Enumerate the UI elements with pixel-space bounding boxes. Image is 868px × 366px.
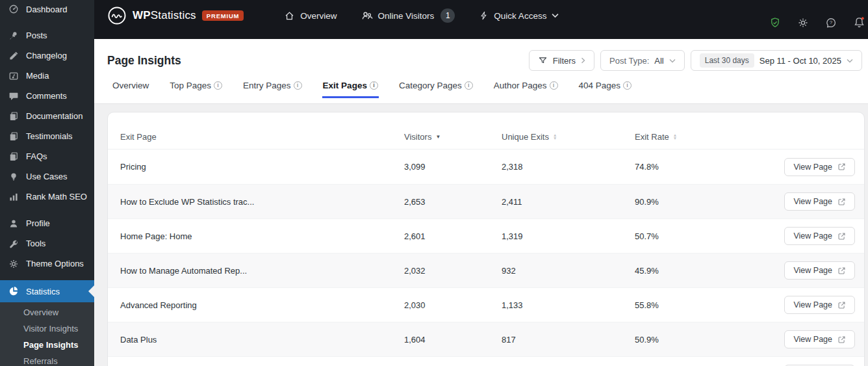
brand-name: WPStatistics	[133, 9, 196, 22]
info-icon	[294, 81, 302, 90]
submenu-item-referrals[interactable]: Referrals	[0, 353, 94, 366]
tab-label: Overview	[112, 81, 149, 90]
external-link-icon	[837, 198, 846, 206]
view-page-button[interactable]: View Page	[784, 261, 855, 280]
shield-check-icon[interactable]	[769, 17, 781, 29]
sidebar-item-comments[interactable]: Comments	[0, 86, 94, 106]
column-label: Exit Rate	[635, 132, 669, 142]
sidebar-item-profile[interactable]: Profile	[0, 213, 94, 233]
table-row: Pricing 3,099 2,318 74.8% View Page	[108, 150, 864, 184]
sidebar-item-theme-options[interactable]: Theme Options	[0, 254, 94, 274]
sidebar-item-label: Statistics	[26, 287, 60, 296]
wp-statistics-topbar: WPStatistics PREMIUM Overview Online Vis…	[94, 0, 868, 39]
wrench-icon	[7, 239, 20, 249]
media-icon	[7, 71, 20, 81]
external-link-icon	[837, 335, 846, 344]
tab-author-pages[interactable]: Author Pages	[493, 77, 559, 98]
column-label: Unique Exits	[502, 132, 549, 142]
sort-icon	[673, 133, 677, 140]
svg-text:?: ?	[830, 20, 833, 25]
statistics-submenu: Overview Visitor Insights Page Insights …	[0, 302, 94, 366]
column-header-exit-page[interactable]: Exit Page	[120, 132, 404, 142]
funnel-icon	[538, 56, 548, 66]
topnav-online-visitors[interactable]: Online Visitors 1	[361, 8, 455, 23]
page-tabs: Overview Top Pages Entry Pages Exit Page…	[94, 77, 868, 98]
exit-rate-cell: 74.8%	[635, 162, 784, 172]
view-page-button[interactable]: View Page	[784, 158, 855, 176]
external-link-icon	[837, 301, 846, 309]
view-page-label: View Page	[793, 300, 832, 309]
table-row: Data Plus 1,604 817 50.9% View Page	[108, 322, 864, 356]
sidebar-item-statistics[interactable]: Statistics	[0, 280, 94, 302]
date-range-picker[interactable]: Last 30 days Sep 11 - Oct 10, 2025	[691, 50, 862, 71]
unique-exits-cell: 817	[502, 335, 635, 345]
sidebar-item-label: Use Cases	[26, 172, 68, 181]
sidebar-item-faqs[interactable]: FAQs	[0, 146, 94, 166]
submenu-item-overview[interactable]: Overview	[0, 304, 94, 320]
table-row-partial: View Page	[108, 356, 864, 366]
exit-page-cell: How to Exclude WP Statistics trac...	[120, 197, 404, 207]
sidebar-item-use-cases[interactable]: Use Cases	[0, 166, 94, 187]
topbar-nav: Overview Online Visitors 1 Quick Access	[284, 8, 559, 23]
sidebar-item-label: Changelog	[26, 51, 67, 60]
column-header-visitors[interactable]: Visitors	[404, 132, 502, 142]
sidebar-item-rank-math-seo[interactable]: Rank Math SEO	[0, 187, 94, 207]
topnav-quick-access[interactable]: Quick Access	[479, 10, 559, 21]
filters-button[interactable]: Filters	[529, 50, 594, 71]
tab-exit-pages[interactable]: Exit Pages	[322, 77, 379, 98]
submenu-item-label: Page Insights	[23, 340, 79, 350]
tab-entry-pages[interactable]: Entry Pages	[242, 77, 303, 98]
date-range-value: Sep 11 - Oct 10, 2025	[760, 56, 841, 66]
sidebar-item-media[interactable]: Media	[0, 66, 94, 86]
unique-exits-cell: 1,319	[502, 231, 635, 241]
exit-rate-cell: 50.7%	[635, 231, 784, 241]
sidebar-item-tools[interactable]: Tools	[0, 233, 94, 254]
table-header-row: Exit Page Visitors Unique Exits Exit Rat…	[108, 112, 864, 150]
sidebar-item-changelog[interactable]: Changelog	[0, 46, 94, 66]
post-type-dropdown[interactable]: Post Type: All	[600, 50, 685, 71]
sidebar-item-testimonials[interactable]: Testimonials	[0, 126, 94, 146]
topnav-overview[interactable]: Overview	[284, 10, 337, 21]
visitors-cell: 2,032	[404, 266, 502, 276]
exit-pages-table-card: Exit Page Visitors Unique Exits Exit Rat…	[107, 112, 865, 366]
view-page-button[interactable]: View Page	[784, 330, 855, 348]
column-header-unique-exits[interactable]: Unique Exits	[502, 132, 635, 142]
submenu-item-page-insights[interactable]: Page Insights	[0, 337, 94, 353]
unique-exits-cell: 2,411	[502, 197, 635, 207]
view-page-button[interactable]: View Page	[784, 227, 855, 245]
tab-overview[interactable]: Overview	[112, 77, 149, 98]
tab-404-pages[interactable]: 404 Pages	[578, 77, 633, 98]
sidebar-item-dashboard[interactable]: Dashboard	[0, 0, 94, 18]
column-header-exit-rate[interactable]: Exit Rate	[635, 132, 784, 142]
sidebar-item-posts[interactable]: Posts	[0, 25, 94, 46]
gear-icon[interactable]	[797, 17, 809, 29]
visitors-cell: 2,601	[404, 231, 502, 241]
bell-icon[interactable]	[853, 16, 865, 29]
tab-label: Exit Pages	[323, 81, 367, 90]
tab-label: Entry Pages	[243, 81, 291, 90]
column-label: Visitors	[404, 132, 431, 142]
wp-statistics-logo[interactable]: WPStatistics PREMIUM	[107, 6, 244, 25]
content-area: Exit Page Visitors Unique Exits Exit Rat…	[94, 105, 868, 366]
tab-label: 404 Pages	[579, 81, 621, 90]
tab-top-pages[interactable]: Top Pages	[169, 77, 223, 98]
exit-rate-cell: 50.9%	[635, 335, 784, 345]
exit-rate-cell: 45.9%	[635, 266, 784, 276]
table-row: Home Page: Home 2,601 1,319 50.7% View P…	[108, 218, 864, 253]
submenu-item-visitor-insights[interactable]: Visitor Insights	[0, 320, 94, 337]
help-icon[interactable]: ?	[825, 17, 837, 29]
pages-icon	[7, 111, 20, 122]
view-page-button[interactable]: View Page	[784, 192, 855, 211]
page-header: Page Insights Filters Post Type: All Las…	[94, 39, 868, 104]
tab-category-pages[interactable]: Category Pages	[398, 77, 474, 98]
user-icon	[7, 218, 20, 229]
sidebar-item-label: Posts	[26, 31, 47, 40]
post-type-value: All	[654, 56, 663, 66]
chevron-down-icon	[847, 59, 853, 63]
sidebar-item-label: FAQs	[26, 151, 47, 161]
sidebar-item-label: Tools	[26, 239, 45, 248]
sidebar-item-label: Testimonials	[26, 131, 73, 141]
view-page-button[interactable]: View Page	[784, 296, 855, 314]
visitors-cell: 1,604	[404, 335, 502, 345]
sidebar-item-documentation[interactable]: Documentation	[0, 106, 94, 126]
